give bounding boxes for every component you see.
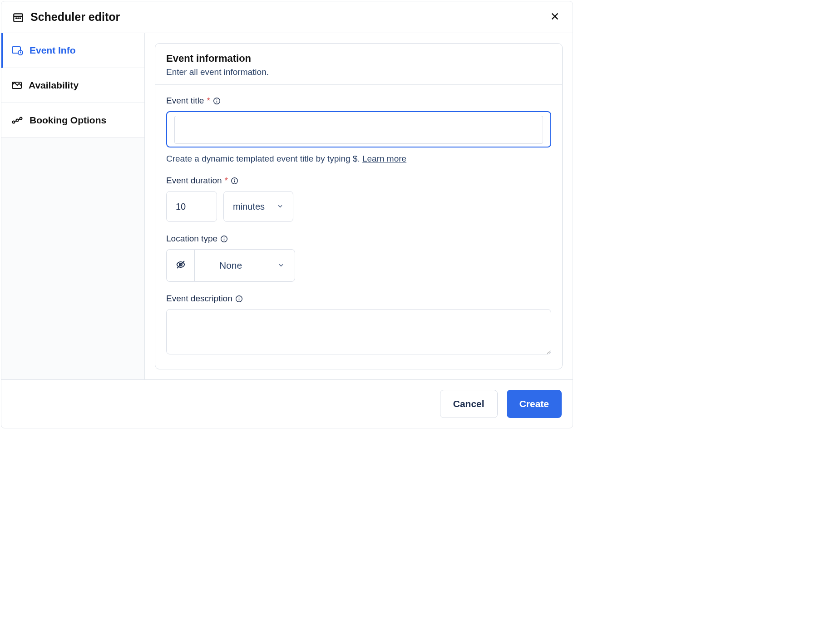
location-row: None (166, 249, 551, 282)
learn-more-link[interactable]: Learn more (362, 154, 406, 163)
create-button[interactable]: Create (507, 390, 562, 418)
duration-unit-select[interactable]: minutes (223, 191, 293, 222)
label-text: Event title (166, 96, 204, 106)
field-event-description: Event description (166, 294, 551, 356)
svg-point-2 (16, 18, 17, 19)
event-title-helper: Create a dynamic templated event title b… (166, 154, 551, 164)
sidebar-item-availability[interactable]: Availability (1, 68, 144, 103)
select-value: minutes (233, 201, 265, 212)
chevron-down-icon (277, 260, 285, 271)
info-icon[interactable] (220, 235, 228, 243)
location-icon-box (166, 249, 194, 282)
field-event-duration: Event duration* (166, 176, 551, 222)
modal-header-left: Scheduler editor (12, 10, 120, 24)
content: Event information Enter all event inform… (145, 33, 573, 379)
duration-value-input[interactable] (166, 191, 217, 222)
svg-point-25 (224, 237, 225, 238)
card-title: Event information (166, 53, 551, 64)
field-label-event-duration: Event duration* (166, 176, 551, 186)
sidebar-item-label: Booking Options (30, 115, 106, 126)
info-icon[interactable] (235, 295, 243, 303)
svg-point-3 (18, 18, 19, 19)
chevron-down-icon (277, 201, 284, 212)
close-icon (550, 16, 560, 23)
svg-line-10 (20, 53, 21, 54)
card-subtitle: Enter all event information. (166, 67, 551, 77)
label-text: Location type (166, 234, 217, 244)
close-button[interactable] (548, 10, 562, 25)
label-text: Event duration (166, 176, 222, 186)
event-info-card: Event information Enter all event inform… (155, 43, 563, 369)
none-location-icon (175, 259, 186, 272)
location-type-select[interactable]: None (194, 249, 295, 282)
calendar-icon (12, 11, 24, 23)
field-location-type: Location type (166, 234, 551, 282)
info-icon[interactable] (213, 97, 221, 105)
svg-line-15 (15, 121, 16, 122)
modal-footer: Cancel Create (1, 379, 573, 428)
event-info-icon (11, 45, 23, 55)
svg-line-16 (18, 119, 20, 120)
sidebar-item-label: Event Info (30, 45, 76, 56)
helper-text-span: Create a dynamic templated event title b… (166, 154, 362, 163)
event-title-input[interactable] (174, 116, 543, 144)
info-icon[interactable] (231, 177, 238, 185)
sidebar-item-label: Availability (29, 80, 79, 91)
card-header: Event information Enter all event inform… (155, 44, 562, 85)
select-value: None (219, 260, 242, 271)
sidebar-item-booking-options[interactable]: Booking Options (1, 103, 144, 138)
required-asterisk: * (207, 96, 210, 106)
field-label-event-title: Event title* (166, 96, 551, 106)
duration-row: minutes (166, 191, 551, 222)
event-title-input-wrapper (166, 111, 551, 147)
svg-point-22 (234, 179, 235, 180)
svg-point-19 (217, 99, 217, 100)
cancel-button[interactable]: Cancel (440, 390, 498, 418)
booking-options-icon (11, 116, 23, 124)
sidebar: Event Info Availability (1, 33, 145, 379)
modal-header: Scheduler editor (1, 1, 573, 33)
field-event-title: Event title* (166, 96, 551, 164)
svg-point-4 (20, 18, 20, 19)
modal-title: Scheduler editor (30, 10, 120, 24)
event-description-input[interactable] (166, 309, 551, 354)
sidebar-item-event-info[interactable]: Event Info (1, 33, 144, 68)
field-label-location-type: Location type (166, 234, 551, 244)
availability-icon (11, 81, 22, 89)
svg-point-30 (238, 297, 239, 298)
field-label-event-description: Event description (166, 294, 551, 304)
required-asterisk: * (225, 176, 228, 186)
modal-body: Event Info Availability (1, 33, 573, 379)
card-body: Event title* (155, 85, 562, 369)
scheduler-editor-modal: Scheduler editor (1, 1, 573, 428)
label-text: Event description (166, 294, 232, 304)
